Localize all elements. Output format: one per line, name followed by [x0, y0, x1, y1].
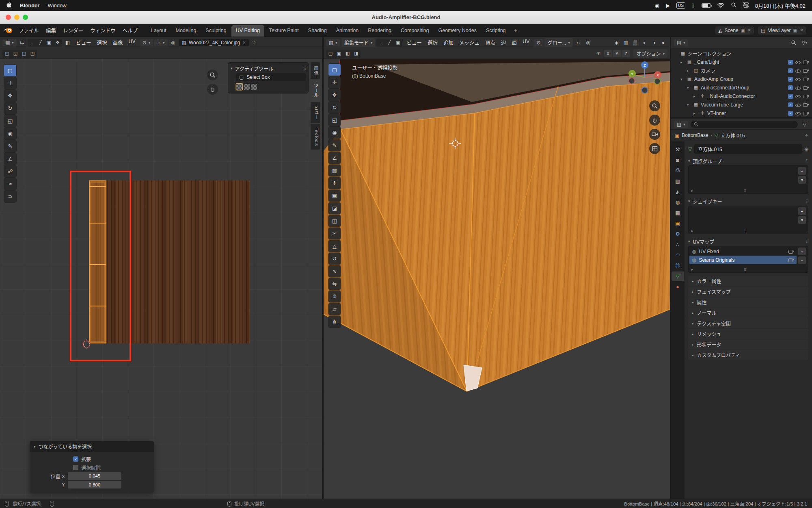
uv-maps-list[interactable]: ◍ UV Fixed ◍ Seams Originals [688, 246, 808, 273]
smooth-tool[interactable]: ∿ [328, 265, 341, 277]
properties-section-collapsed[interactable]: ▸ 形状データ [688, 339, 808, 350]
expand-arrow-icon[interactable]: ▾ [687, 86, 691, 90]
properties-section-collapsed[interactable]: ▸ フェイスマップ [688, 287, 808, 297]
transform-tool[interactable]: ◉ [4, 128, 16, 139]
tab-tool[interactable]: ⚒ [672, 145, 684, 154]
extrude-tool[interactable]: ↟ [328, 177, 341, 189]
position-x-field[interactable]: 0.045 [68, 472, 121, 480]
render-camera-icon[interactable] [803, 94, 809, 99]
mode-dropdown[interactable]: 編集モード ▾ [341, 38, 376, 47]
control-center-icon[interactable] [743, 2, 749, 9]
selectable-checkbox[interactable]: ✓ [788, 77, 793, 82]
new-viewlayer-icon[interactable]: ▣ [793, 28, 797, 33]
minimize-window-button[interactable] [14, 15, 19, 20]
tab-physics[interactable]: ◠ [672, 250, 684, 260]
selectable-checkbox[interactable]: ✓ [788, 102, 793, 107]
uv-select-mode-button[interactable]: ▣ [45, 39, 53, 46]
tab-material[interactable]: ● [672, 282, 684, 291]
select-variant-button[interactable]: ◨ [352, 50, 360, 57]
viewport-menu-item[interactable]: 頂点 [482, 38, 498, 47]
new-scene-icon[interactable]: ▣ [741, 28, 745, 33]
tab-world[interactable]: ◍ [672, 198, 684, 207]
render-camera-icon[interactable] [803, 60, 809, 65]
hide-eye-icon[interactable] [795, 85, 801, 90]
drag-handle-icon[interactable]: ⠿ [303, 66, 306, 71]
viewport-menu-item[interactable]: 面 [509, 38, 520, 47]
annotate-tool[interactable]: ✎ [4, 140, 16, 152]
expand-checkbox[interactable]: ✓ [73, 456, 78, 462]
outliner-row-audio-amp-group[interactable]: ▾ ▦ Audio-Amp Group ✓ [671, 75, 812, 83]
wifi-icon[interactable] [717, 2, 724, 9]
axis-button[interactable]: X [604, 50, 612, 57]
spin-tool[interactable]: ↺ [328, 253, 341, 265]
tab-output[interactable]: ⎙ [672, 166, 684, 175]
tab-object[interactable]: ▣ [672, 219, 684, 228]
uv-canvas[interactable]: ▢✛✥↻◱◉✎∠☍≈⊃ ▾ アクティブツール ⠿ ▢ Select Box [0, 59, 322, 499]
workspace-tab[interactable]: Animation [332, 25, 363, 37]
outliner-row-scene-collection[interactable]: ▦ シーンコレクション ✓ [671, 49, 812, 58]
uv-select-mode-button[interactable]: ╱ [37, 39, 45, 46]
editor-type-button[interactable]: ▦ ▾ [2, 39, 17, 46]
topbar-menu-item[interactable]: ウィンドウ [87, 25, 119, 35]
pin-icon[interactable]: ⌖ [805, 132, 808, 138]
render-camera-icon[interactable] [803, 111, 809, 116]
sidebar-tab[interactable]: ツール [311, 80, 320, 101]
topbar-menu-item[interactable]: レンダー [60, 25, 86, 35]
pinch-tool[interactable]: ⊃ [4, 191, 16, 202]
expand-arrow-icon[interactable]: ▸ [680, 60, 685, 64]
uv-menu-item[interactable]: 選択 [94, 38, 110, 47]
transform-tool[interactable]: ◉ [328, 127, 341, 139]
uv-sync-selection-toggle[interactable]: ⇆ [18, 39, 26, 47]
measure-tool[interactable]: ∠ [328, 152, 341, 164]
selectable-checkbox[interactable]: ✓ [788, 60, 793, 65]
add-cube-tool[interactable]: ▧ [328, 165, 341, 176]
remove-viewlayer-icon[interactable]: ✕ [800, 28, 803, 33]
material-shading-icon[interactable]: ◑ [650, 39, 658, 47]
workspace-tab[interactable]: Geometry Nodes [434, 25, 481, 37]
cursor-tool[interactable]: ✛ [4, 77, 16, 89]
uv-maps-header[interactable]: ▾ UVマップ ⠿ [688, 237, 808, 246]
cursor-tool[interactable]: ✛ [328, 76, 341, 88]
selectable-checkbox[interactable]: ✓ [788, 68, 793, 73]
select-box-tool[interactable]: ▢ [4, 65, 16, 76]
mesh-select-mode-button[interactable]: ▣ [394, 39, 402, 46]
measure-tool[interactable]: ∠ [4, 153, 16, 165]
bluetooth-icon[interactable]: ᛒ [692, 2, 695, 9]
scene-selector[interactable]: ◭ Scene ▣ ✕ [715, 26, 754, 35]
breadcrumb-data[interactable]: 立方体.015 [721, 132, 745, 139]
select-variant-button[interactable]: ◧ [343, 50, 352, 57]
texture-slot[interactable] [236, 84, 242, 90]
render-camera-icon[interactable] [803, 85, 809, 90]
uv-menu-item[interactable]: ビュー [73, 38, 94, 47]
mesh-select-mode-button[interactable]: ╱ [385, 39, 393, 46]
transform-orientation-dropdown[interactable]: グロー... ▾ [544, 38, 573, 47]
rotate-tool[interactable]: ↻ [4, 102, 16, 114]
tab-data[interactable]: ▽ [672, 271, 684, 281]
editor-type-button[interactable]: ▤ ▾ [674, 39, 688, 46]
input-source-badge[interactable]: US [676, 2, 685, 9]
topbar-menu-item[interactable]: ヘルプ [119, 25, 141, 35]
shield-icon[interactable]: ◈ [805, 146, 808, 152]
zoom-icon[interactable] [207, 69, 218, 80]
uvmap-row-seams-originals[interactable]: ◍ Seams Originals [689, 256, 797, 264]
image-selector[interactable]: ▨ Wood027_4K_Color.jpg ✕ [179, 39, 249, 46]
xray-toggle-icon[interactable]: ▒ [631, 39, 639, 47]
expand-arrow-icon[interactable]: ▸ [693, 94, 698, 98]
transform-pivot-button[interactable]: ⊙ [533, 39, 543, 46]
properties-section-collapsed[interactable]: ▸ テクスチャ空間 [688, 318, 808, 328]
workspace-tab[interactable]: Compositing [396, 25, 433, 37]
grid-icon[interactable]: ⊞ [594, 50, 603, 58]
workspace-tab[interactable]: Shading [304, 25, 331, 37]
scale-tool[interactable]: ◱ [4, 115, 16, 127]
rotate-tool[interactable]: ↻ [328, 102, 341, 113]
knife-tool[interactable]: ✂ [328, 228, 341, 239]
close-window-button[interactable] [6, 15, 11, 20]
tab-scene[interactable]: ◭ [672, 187, 684, 196]
hide-eye-icon[interactable] [795, 68, 801, 73]
mirroring-icon[interactable]: ▶ [666, 2, 670, 9]
outliner-row-vaccum-tube-large[interactable]: ▾ ▦ VaccumTube-Large ✓ [671, 100, 812, 109]
shape-keys-list[interactable]: + ▾ ▸ ⠿ [688, 206, 808, 234]
render-camera-icon[interactable] [803, 102, 809, 107]
render-camera-icon[interactable] [803, 77, 809, 82]
position-y-field[interactable]: 0.800 [68, 481, 121, 488]
